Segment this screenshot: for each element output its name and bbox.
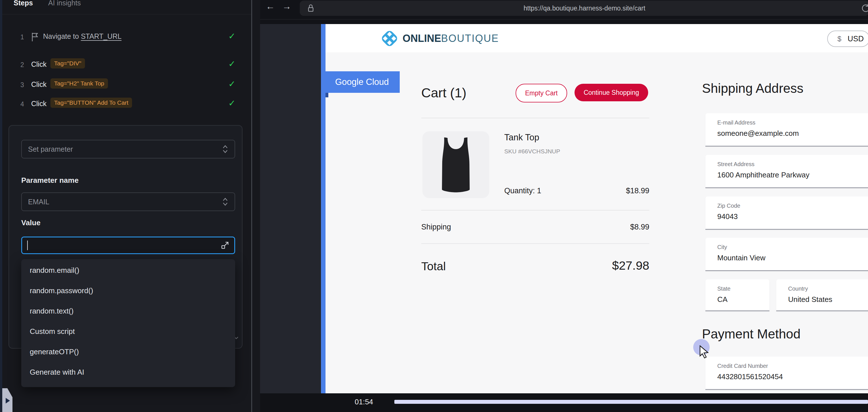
step-number: 3 [21, 81, 24, 89]
step-row-navigate[interactable]: 1 Navigate to START_URL ✓ [0, 32, 251, 44]
play-triangle-icon [6, 398, 10, 404]
street-address-field[interactable]: Street Address 1600 Amphitheatre Parkway [705, 155, 868, 188]
lock-icon [307, 4, 314, 12]
dollar-sign-icon: $ [837, 35, 841, 43]
chevron-updown-icon [222, 145, 228, 153]
field-value: United States [788, 295, 832, 304]
step-tag-badge: Tag="DIV" [51, 58, 85, 68]
divider [421, 118, 649, 118]
online-boutique-wordmark[interactable]: ONLINEBOUTIQUE [403, 33, 499, 44]
parameter-name-select-value: EMAIL [28, 198, 49, 206]
field-label: Country [788, 285, 808, 292]
field-value: 4432801561520454 [717, 372, 783, 381]
step-action-text: Click [31, 100, 46, 108]
forward-arrow-icon[interactable]: → [282, 2, 291, 11]
step-tag-badge: Tag="H2" Tank Top [51, 78, 108, 89]
refresh-icon[interactable] [860, 3, 868, 13]
field-value: 1600 Amphitheatre Parkway [717, 171, 809, 179]
panel-scrollbar[interactable] [251, 0, 252, 412]
step-tag-badge: Tag="BUTTON" Add To Cart [51, 98, 132, 108]
parameter-name-select[interactable]: EMAIL [21, 193, 235, 211]
product-quantity: Quantity: 1 [504, 186, 541, 195]
chevron-updown-icon [222, 197, 228, 206]
tab-steps[interactable]: Steps [13, 0, 33, 7]
payment-method-title: Payment Method [702, 326, 801, 342]
value-label: Value [21, 218, 40, 227]
field-label: Credit Card Number [717, 363, 768, 369]
suggestion-random-email[interactable]: random.email() [30, 266, 79, 275]
suggestion-generate-otp[interactable]: generateOTP() [30, 347, 79, 356]
parameter-name-label: Parameter name [21, 176, 79, 185]
online-boutique-logo-icon[interactable] [380, 29, 399, 48]
step-target-link[interactable]: START_URL [81, 32, 122, 40]
brand-bold-text: ONLINE [403, 33, 441, 44]
ribbon-fold [326, 93, 328, 97]
credit-card-number-field[interactable]: Credit Card Number 4432801561520454 [705, 356, 868, 390]
suggestion-custom-script[interactable]: Custom script [30, 327, 75, 336]
step-number: 2 [21, 61, 24, 69]
browser-viewport: ONLINEBOUTIQUE $ USD Google Cloud Cart (… [260, 24, 868, 393]
step-number: 1 [21, 33, 24, 41]
empty-cart-button[interactable]: Empty Cart [516, 84, 567, 102]
url-bar[interactable]: https://qa.boutique.harness-demo.site/ca… [300, 1, 868, 16]
replay-timestamp: 01:54 [355, 398, 373, 406]
zip-code-field[interactable]: Zip Code 94043 [705, 196, 868, 230]
divider [421, 243, 649, 244]
brand-light-text: BOUTIQUE [441, 33, 499, 44]
step-action-text: Click [31, 60, 46, 68]
step-number: 4 [21, 100, 24, 108]
country-field[interactable]: Country United States [776, 279, 868, 311]
chrome-divider [260, 19, 868, 20]
city-field[interactable]: City Mountain View [705, 238, 868, 271]
currency-value: USD [847, 35, 864, 43]
field-value: 94043 [717, 212, 738, 221]
shipping-address-title: Shipping Address [702, 81, 803, 96]
browser-pane: ← → https://qa.boutique.harness-demo.sit… [260, 0, 868, 412]
product-sku: SKU #66VCHSJNUP [504, 148, 560, 155]
step-action: Navigate to START_URL [43, 32, 122, 40]
suggestion-random-password[interactable]: random.password() [30, 286, 93, 295]
step-row-click-div[interactable]: 2 Click Tag="DIV" ✓ [0, 58, 251, 72]
currency-select[interactable]: $ USD [827, 31, 868, 47]
shipping-price: $8.99 [593, 223, 649, 232]
url-text: https://qa.boutique.harness-demo.site/ca… [524, 4, 645, 12]
continue-shopping-button[interactable]: Continue Shopping [575, 84, 648, 101]
suggestion-generate-with-ai[interactable]: Generate with AI [30, 368, 84, 377]
tab-ai-insights[interactable]: AI insights [48, 0, 81, 7]
mouse-cursor-icon [698, 345, 711, 359]
expand-icon[interactable] [221, 241, 229, 249]
state-field[interactable]: State CA [705, 279, 769, 311]
web-page: ONLINEBOUTIQUE $ USD Google Cloud Cart (… [326, 24, 868, 393]
steps-panel: Steps AI insights 1 Navigate to START_UR… [0, 0, 260, 412]
action-type-select-value: Set parameter [28, 145, 73, 153]
step-success-check-icon: ✓ [228, 98, 236, 108]
step-row-click-h2[interactable]: 3 Click Tag="H2" Tank Top ✓ [0, 78, 251, 92]
replay-bar: 01:54 [260, 393, 868, 412]
cart-title: Cart (1) [421, 85, 466, 100]
field-value: Mountain View [717, 253, 766, 262]
flag-icon [31, 32, 38, 42]
text-cursor [27, 241, 28, 250]
step-row-click-button[interactable]: 4 Click Tag="BUTTON" Add To Cart ✓ [0, 98, 251, 111]
replay-progress-bar[interactable] [394, 400, 868, 404]
google-cloud-ribbon: Google Cloud [326, 71, 400, 93]
product-price: $18.99 [593, 186, 649, 195]
email-field[interactable]: E-mail Address someone@example.com [705, 113, 868, 146]
divider [421, 210, 649, 210]
action-type-select[interactable]: Set parameter [21, 140, 235, 159]
step-success-check-icon: ✓ [228, 79, 236, 89]
field-label: State [717, 285, 731, 292]
total-label: Total [421, 260, 446, 273]
tank-top-image [431, 136, 481, 194]
suggestion-random-text[interactable]: random.text() [30, 307, 74, 315]
field-label: E-mail Address [717, 119, 755, 126]
panel-header-divider [2, 14, 252, 14]
step-action-text: Navigate to [43, 32, 81, 40]
total-price: $27.98 [579, 259, 649, 273]
value-input[interactable] [21, 237, 235, 254]
field-label: Street Address [717, 161, 754, 168]
field-value: CA [717, 295, 727, 304]
step-action-text: Click [31, 80, 46, 89]
back-arrow-icon[interactable]: ← [266, 2, 275, 11]
shipping-label: Shipping [421, 223, 451, 232]
